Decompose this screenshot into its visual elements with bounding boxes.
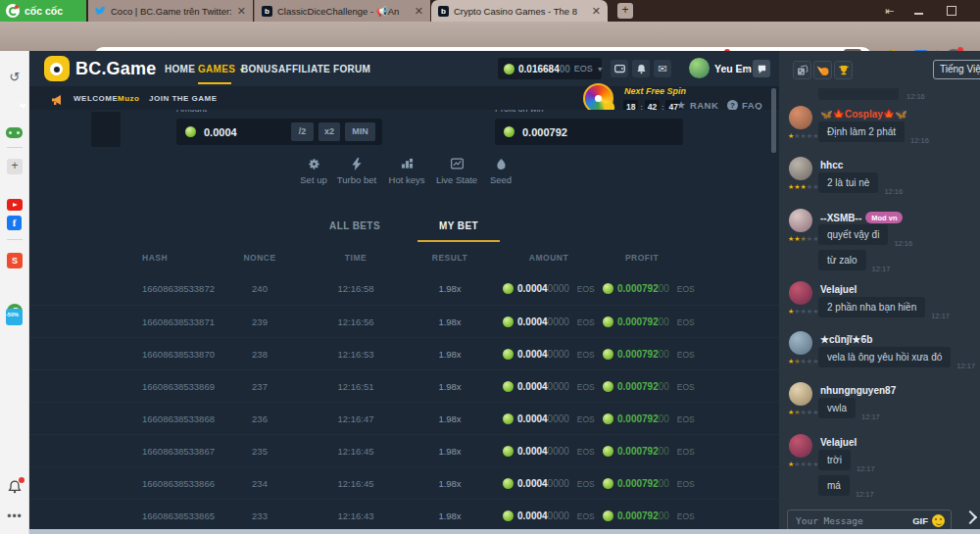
chat-username[interactable]: --XSMB--Mod vn (820, 212, 903, 223)
nav-home[interactable]: HOME (165, 64, 195, 74)
next-free-spin-label[interactable]: Next Free Spin (624, 86, 686, 96)
minimize-button[interactable] (914, 13, 923, 15)
avatar[interactable] (789, 382, 812, 406)
bet-nonce: 239 (220, 306, 299, 338)
bet-result: 1.98x (411, 500, 489, 529)
shopee-icon[interactable]: S (7, 253, 23, 268)
coin-icon (503, 283, 514, 294)
chat-username[interactable]: ★cũnjĩ★ϐb (820, 334, 872, 345)
dice-chat-button[interactable] (793, 61, 811, 79)
browser-tab-3-active[interactable]: b Crypto Casino Games - The 8 ✕ (431, 0, 608, 22)
hot-keys-tool[interactable]: Hot keys (384, 157, 429, 185)
welcome-username[interactable]: Muzo (118, 94, 139, 103)
currency-label: EOS (577, 382, 595, 392)
double-bet-button[interactable]: x2 (318, 122, 340, 141)
sidebar-menu-icon[interactable]: ••• (7, 510, 23, 523)
bubble-row: 2 là tui nè12:16 (818, 172, 903, 193)
coin-icon (503, 349, 514, 360)
bet-hash[interactable]: 16608638533867 (142, 435, 215, 467)
col-profit: PROFIT (603, 253, 681, 263)
trophy-button[interactable] (834, 61, 853, 79)
chat-input-box[interactable]: GIF (787, 510, 952, 531)
currency-label: EOS (577, 414, 595, 424)
tab-all-bets[interactable]: ALL BETS (314, 220, 396, 231)
currency-label: EOS (577, 479, 595, 489)
chat-username[interactable]: Velajuel (820, 437, 857, 448)
chat-username[interactable]: nhungnguyen87 (820, 385, 896, 396)
star-rating: ★★★★★ (788, 358, 818, 364)
bet-hash[interactable]: 16608638533868 (142, 403, 215, 435)
vertical-scrollbar-thumb[interactable] (771, 88, 776, 153)
user-avatar[interactable] (689, 58, 710, 78)
facebook-icon[interactable]: f (7, 216, 22, 230)
chat-bubbles: Định làm 2 phát12:16 (818, 121, 929, 147)
bet-time: 12:16:45 (317, 435, 395, 467)
chat-username[interactable]: 🦋🍁Cosplay🍁🦋 (820, 109, 907, 120)
coin-icon (603, 283, 613, 294)
chat-username[interactable]: Velajuel (820, 284, 857, 295)
bet-hash[interactable]: 16608638533871 (142, 306, 215, 338)
bet-hash[interactable]: 16608638533872 (142, 272, 215, 305)
bet-nonce: 235 (220, 435, 299, 467)
tab-close-icon[interactable]: ✕ (592, 6, 601, 17)
table-row: 16608638533868 236 12:16:47 1.98x 0.0004… (29, 402, 779, 435)
new-tab-button[interactable]: + (617, 3, 633, 19)
nav-bonus[interactable]: BONUS (241, 64, 278, 74)
avatar[interactable] (789, 434, 812, 458)
live-state-tool[interactable]: Live State (434, 157, 479, 185)
avatar[interactable] (789, 331, 812, 355)
history-icon[interactable]: ↺ (7, 71, 23, 83)
avatar[interactable] (789, 281, 812, 305)
browser-tab-2[interactable]: b ClassicDiceChallenge - 📢An ✕ (254, 0, 430, 22)
restore-button[interactable] (947, 6, 956, 16)
games-icon[interactable] (6, 127, 23, 138)
bet-result: 1.98x (411, 370, 489, 403)
browser-brand[interactable]: cốc cốc (0, 0, 86, 22)
youtube-icon[interactable] (7, 199, 23, 211)
language-button[interactable]: Tiếng Việt ▼ (933, 60, 980, 79)
bet-hash[interactable]: 16608638533870 (142, 338, 215, 370)
nav-affiliate[interactable]: AFFILIATE (278, 64, 330, 74)
avatar[interactable] (789, 209, 812, 232)
nav-forum[interactable]: FORUM (333, 64, 370, 74)
avatar[interactable] (789, 157, 812, 180)
tab-close-icon[interactable]: ✕ (415, 6, 423, 17)
send-message-icon[interactable] (963, 510, 977, 524)
fireball-button[interactable] (813, 61, 832, 79)
coin-icon (503, 381, 514, 392)
bcgame-logo-icon[interactable] (44, 56, 70, 81)
turbo-bet-tool[interactable]: Turbo bet (334, 157, 379, 185)
add-shortcut-button[interactable]: + (7, 159, 23, 174)
messages-button[interactable]: ✉ (654, 60, 671, 77)
currency-select[interactable]: EOS (574, 64, 593, 73)
bet-profit: 0.00079200 EOS (603, 467, 695, 500)
min-bet-button[interactable]: MIN (345, 122, 375, 141)
site-logo-text[interactable]: BC.Game (75, 59, 156, 79)
tab-pin-icon[interactable]: ⇤ (885, 6, 894, 17)
nav-games[interactable]: GAMES ▼ (198, 64, 246, 74)
chat-toggle-button[interactable] (753, 60, 770, 77)
chat-input[interactable] (794, 514, 908, 527)
tab-close-icon[interactable]: ✕ (237, 6, 246, 17)
half-bet-button[interactable]: /2 (291, 122, 314, 141)
chat-username[interactable]: hhcc (820, 160, 843, 170)
chevron-down-icon: ▼ (597, 66, 604, 73)
seed-tool[interactable]: Seed (478, 157, 523, 185)
bet-hash[interactable]: 16608638533869 (142, 370, 215, 403)
currency-label: EOS (677, 317, 695, 327)
bet-hash[interactable]: 16608638533866 (142, 467, 215, 500)
bet-hash[interactable]: 16608638533865 (142, 500, 215, 529)
browser-tab-1[interactable]: Coco | BC.Game trên Twitter: ✕ (88, 0, 253, 22)
emoji-button[interactable] (932, 514, 945, 527)
gif-button[interactable]: GIF (912, 515, 928, 526)
notifications-bell-icon[interactable] (8, 480, 22, 498)
wallet-button[interactable] (611, 60, 628, 77)
setup-tool[interactable]: Set up (291, 157, 336, 185)
avatar[interactable] (789, 106, 812, 129)
balance-display[interactable]: 0.01668400 EOS ▼ (498, 58, 602, 79)
deal-50-icon[interactable]: -50% (6, 309, 23, 325)
currency-label: EOS (577, 511, 595, 521)
notifications-button[interactable] (632, 60, 650, 77)
horizontal-scrollbar-track[interactable] (29, 529, 980, 534)
tab-my-bet[interactable]: MY BET (417, 220, 500, 231)
